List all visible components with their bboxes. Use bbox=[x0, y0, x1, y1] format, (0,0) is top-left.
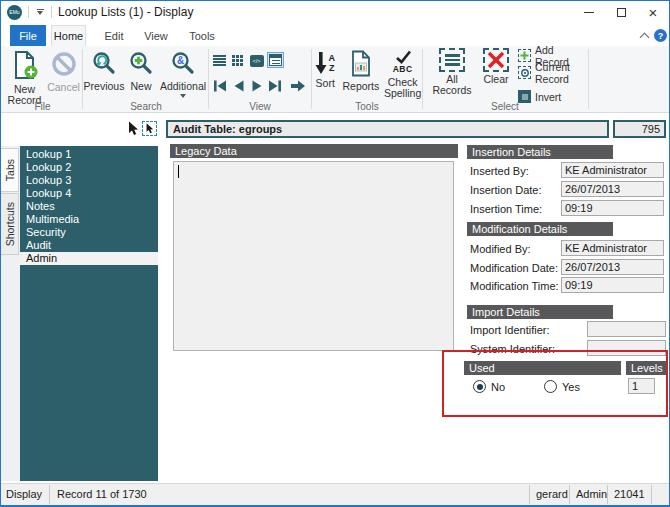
collapse-ribbon-icon[interactable] bbox=[640, 33, 650, 43]
system-identifier-label: System Identifier: bbox=[470, 343, 555, 355]
import-identifier-label: Import Identifier: bbox=[470, 324, 549, 336]
modification-time-field[interactable]: 09:19 bbox=[561, 277, 664, 293]
new-record-button[interactable]: New Record bbox=[4, 50, 46, 106]
sidebar-item-lookup3[interactable]: Lookup 3 bbox=[20, 174, 158, 187]
check-spelling-button[interactable]: ABC Check Spelling bbox=[383, 50, 422, 99]
used-no-radio[interactable] bbox=[473, 380, 486, 393]
svg-text:&: & bbox=[177, 55, 184, 66]
ribbon-group-tools: AZ Sort bbox=[312, 46, 422, 113]
used-no-label[interactable]: No bbox=[491, 381, 505, 393]
status-group: Admin bbox=[576, 488, 607, 500]
pointer-tool-icon[interactable] bbox=[127, 121, 139, 138]
current-record-icon bbox=[518, 66, 531, 79]
tab-file[interactable]: File bbox=[10, 25, 46, 46]
quick-access-dropdown-icon[interactable] bbox=[35, 9, 45, 15]
cancel-button[interactable]: Cancel bbox=[46, 50, 82, 106]
new-search-button[interactable]: New bbox=[126, 50, 156, 98]
next-record-icon[interactable] bbox=[249, 80, 265, 92]
first-record-icon[interactable] bbox=[212, 80, 228, 92]
clear-selection-button[interactable]: Clear bbox=[477, 48, 515, 85]
sidebar-item-lookup4[interactable]: Lookup 4 bbox=[20, 187, 158, 200]
status-record-position: Record 11 of 1730 bbox=[57, 488, 147, 500]
used-yes-label[interactable]: Yes bbox=[562, 381, 580, 393]
sort-icon: AZ bbox=[315, 50, 335, 76]
insertion-time-field[interactable]: 09:19 bbox=[561, 200, 664, 216]
last-record-icon[interactable] bbox=[267, 80, 283, 92]
text-caret bbox=[178, 165, 179, 178]
ribbon-group-view: </> View bbox=[209, 46, 311, 113]
system-identifier-field[interactable] bbox=[587, 340, 666, 356]
select-pointer-tool-icon[interactable] bbox=[142, 121, 157, 136]
current-record-button[interactable]: Current Record bbox=[518, 65, 587, 80]
group-divider bbox=[588, 49, 589, 109]
inserted-by-field[interactable]: KE Administrator bbox=[561, 162, 664, 178]
status-mode: Display bbox=[6, 488, 42, 500]
goto-record-icon[interactable] bbox=[289, 80, 305, 92]
sidebar-item-notes[interactable]: Notes bbox=[20, 200, 158, 213]
minimize-button[interactable] bbox=[573, 1, 605, 23]
group-label-search: Search bbox=[84, 101, 208, 112]
group-divider bbox=[82, 49, 83, 109]
sidebar-item-multimedia[interactable]: Multimedia bbox=[20, 213, 158, 226]
all-records-icon bbox=[439, 48, 465, 72]
check-spelling-icon: ABC bbox=[393, 50, 413, 75]
new-record-icon bbox=[11, 50, 39, 82]
divider bbox=[569, 485, 570, 504]
modification-date-label: Modification Date: bbox=[470, 262, 558, 274]
window-controls: × bbox=[573, 1, 669, 23]
ribbon-group-file: New Record Cancel File bbox=[3, 46, 82, 113]
reports-button[interactable]: Reports bbox=[342, 50, 379, 99]
used-yes-radio[interactable] bbox=[544, 380, 557, 393]
help-icon[interactable]: ? bbox=[654, 29, 667, 42]
group-label-file: File bbox=[3, 101, 82, 112]
group-label-view: View bbox=[209, 101, 311, 112]
divider bbox=[607, 485, 608, 504]
close-button[interactable]: × bbox=[637, 1, 669, 23]
previous-search-button[interactable]: Previous bbox=[84, 50, 124, 98]
inserted-by-label: Inserted By: bbox=[470, 165, 529, 177]
sidebar-tab-tabs[interactable]: Tabs bbox=[1, 148, 19, 192]
grid-view-icon[interactable] bbox=[230, 54, 245, 67]
import-identifier-field[interactable] bbox=[587, 321, 666, 337]
select-options-column: Add Record Current Record Invert bbox=[518, 48, 587, 104]
ribbon-group-select: All Records Clear Add Record bbox=[423, 46, 587, 113]
sort-button[interactable]: AZ Sort bbox=[312, 50, 338, 99]
import-details-header: Import Details bbox=[467, 305, 613, 319]
divider bbox=[28, 6, 29, 18]
modification-details-header: Modification Details bbox=[467, 222, 613, 236]
record-count-box: 795 bbox=[613, 120, 666, 138]
sidebar-tab-list: Lookup 1 Lookup 2 Lookup 3 Lookup 4 Note… bbox=[20, 146, 158, 481]
tab-home[interactable]: Home bbox=[51, 25, 86, 46]
ribbon-group-search: Previous New bbox=[84, 46, 208, 113]
divider bbox=[51, 6, 52, 18]
additional-search-button[interactable]: & Additional bbox=[158, 50, 208, 98]
insertion-date-field[interactable]: 26/07/2013 bbox=[561, 181, 664, 197]
sidebar-item-lookup2[interactable]: Lookup 2 bbox=[20, 161, 158, 174]
ribbon: New Record Cancel File bbox=[1, 46, 669, 113]
sidebar-item-admin[interactable]: Admin bbox=[20, 252, 158, 265]
previous-search-icon bbox=[91, 50, 117, 79]
maximize-button[interactable] bbox=[605, 1, 637, 23]
sidebar-item-security[interactable]: Security bbox=[20, 226, 158, 239]
app-window: EMu Lookup Lists (1) - Display × File Ho… bbox=[0, 0, 670, 507]
sidebar-item-audit[interactable]: Audit bbox=[20, 239, 158, 252]
sidebar-tab-shortcuts[interactable]: Shortcuts bbox=[1, 193, 19, 255]
sidebar-item-lookup1[interactable]: Lookup 1 bbox=[20, 148, 158, 161]
legacy-data-textarea[interactable] bbox=[173, 161, 454, 351]
tab-edit[interactable]: Edit bbox=[99, 25, 129, 46]
list-view-icon[interactable] bbox=[212, 54, 227, 67]
details-view-icon-selected[interactable] bbox=[267, 52, 284, 68]
additional-dropdown-caret-icon bbox=[180, 94, 186, 98]
modified-by-field[interactable]: KE Administrator bbox=[561, 240, 664, 256]
tab-tools[interactable]: Tools bbox=[185, 25, 219, 46]
all-records-button[interactable]: All Records bbox=[429, 48, 475, 96]
used-header: Used bbox=[464, 361, 621, 375]
modification-date-field[interactable]: 26/07/2013 bbox=[561, 259, 664, 275]
modification-time-label: Modification Time: bbox=[470, 280, 559, 292]
code-view-icon[interactable]: </> bbox=[249, 54, 264, 67]
record-title-bar: Audit Table: egroups bbox=[166, 120, 609, 138]
previous-record-icon[interactable] bbox=[231, 80, 247, 92]
tab-view[interactable]: View bbox=[140, 25, 172, 46]
levels-field[interactable]: 1 bbox=[628, 378, 655, 394]
modified-by-label: Modified By: bbox=[470, 243, 531, 255]
